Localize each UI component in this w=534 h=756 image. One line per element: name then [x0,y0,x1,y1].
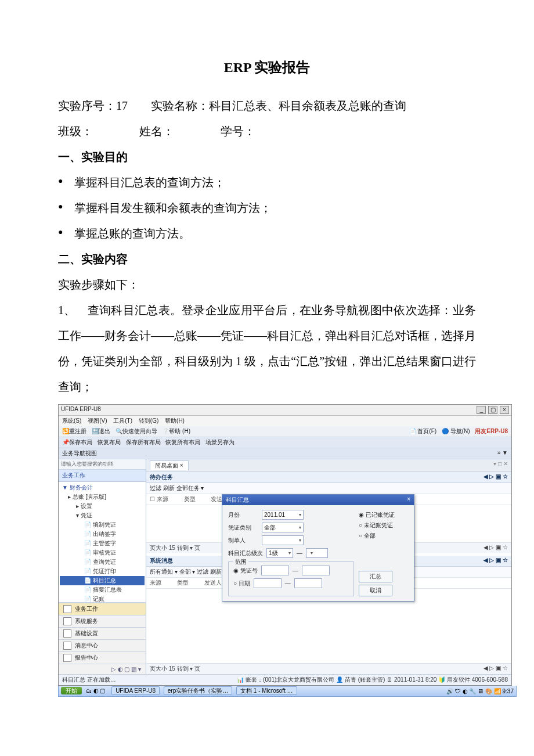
start-button[interactable]: 开始 [61,687,82,694]
sidebar-section[interactable]: 业务工作 [59,603,146,615]
experiment-line: 实验序号：17 实验名称：科目汇总表、科目余额表及总账的查询 [58,93,476,118]
radio-voucherno[interactable]: 凭证号 [233,567,258,575]
col-source: ☐ 来源 [150,495,168,503]
tree-node[interactable]: ▼ 财务会计 [60,483,145,492]
btn-cancel[interactable]: 取消 [359,585,392,596]
embedded-screenshot: UFIDA ERP-U8 _ ▢ × 系统(S) 视图(V) 工具(T) 转到(… [58,404,512,686]
radio-unposted[interactable]: 未记账凭证 [359,521,408,530]
sysmsg-nav-icons[interactable]: ◀ ▷ ▣ ☆ [484,557,508,565]
btn-scene-saveas[interactable]: 场景另存为 [205,439,234,445]
sidebar-section[interactable]: 消息中心 [59,639,146,651]
tree-node[interactable]: 📄 摘要汇总表 [60,585,145,595]
select-level[interactable]: 1级▾ [266,548,293,558]
section-2: 二、实验内容 [58,246,476,272]
status-right: 📊 账套：(001)北京大龙商贸有限公司 👤 苗青 (账套主管) 🗓 2011-… [237,676,508,684]
btn-summary[interactable]: 汇总 [359,571,392,582]
sidebar-section[interactable]: 基础设置 [59,627,146,639]
select-vouchertype[interactable]: 全部▾ [262,523,304,532]
task-erp[interactable]: UFIDA ERP-U8 [111,686,160,695]
pager2-left[interactable]: 页大小 15 转到 ▾ 页 [150,665,200,673]
link-home[interactable]: 📄 首页(F) [409,428,437,434]
tab-close-icon[interactable]: ▾ □ ✕ [493,460,508,467]
tree-node[interactable]: 📄 填制凭证 [60,520,145,530]
menu-system[interactable]: 系统(S) [62,417,81,424]
dialog-close-icon[interactable]: × [407,496,410,504]
select-maker[interactable]: ▾ [262,535,304,545]
task-worddoc2[interactable]: 文档 1 - Microsoft … [236,686,297,695]
btn-exit[interactable]: 🔙退出 [92,428,110,434]
lbl-level: 科目汇总级次 [228,549,263,557]
tree-node[interactable]: 📄 科目汇总 [60,576,145,585]
menu-goto[interactable]: 转到(G) [139,417,158,424]
group-range: 范围 凭证号 — 日期 — [228,561,354,596]
objective-1: 掌握科目汇总表的查询方法； [58,170,476,195]
btn-help[interactable]: ❔帮助 (H) [162,428,190,434]
radio-posted[interactable]: 已记账凭证 [359,511,408,519]
radio-all[interactable]: 全部 [359,532,408,540]
pane-nav-icons[interactable]: ◀ ▷ ▣ ☆ [484,473,508,481]
os-taskbar[interactable]: 开始 🗂 ◐ ▢ UFIDA ERP-U8 erp实验任务书（实验… 文档 1 … [58,686,517,697]
pane-pending-title: 待办任务 ◀ ▷ ▣ ☆ [146,472,511,483]
close-icon[interactable]: × [500,406,509,414]
nav-view-label: 业务导航视图 [62,449,97,458]
tree-node[interactable]: 📄 主管签字 [60,539,145,548]
lbl-dash: — [297,550,302,556]
btn-rereg[interactable]: 🔁重注册 [62,428,86,434]
menu-bar[interactable]: 系统(S) 视图(V) 工具(T) 转到(G) 帮助(H) [59,416,511,426]
range-dash2: — [285,580,291,586]
nav-view-bar: 业务导航视图 » ▼ [59,448,511,459]
tree-node[interactable]: 📄 记账 [60,595,145,603]
task-worddoc1[interactable]: erp实验任务书（实验… [164,686,232,695]
main-area: 简易桌面 × ▾ □ ✕ 待办任务 ◀ ▷ ▣ ☆ 过滤 刷新 全部任务 ▾ ☐… [146,459,511,674]
tree-node[interactable]: ▾ 凭证 [60,511,145,520]
menu-view[interactable]: 视图(V) [88,417,107,424]
tree-node[interactable]: 📄 凭证打印 [60,567,145,576]
quicklaunch-icons[interactable]: 🗂 ◐ ▢ [86,687,106,694]
pager-left[interactable]: 页大小 15 转到 ▾ 页 [150,544,200,552]
sidebar-mini[interactable]: ▷ ◐ ▢ ▧ ▾ [59,664,146,674]
pending-filter[interactable]: 过滤 刷新 全部任务 ▾ [146,483,511,494]
system-tray[interactable]: 🔊 🛡 ◐ 🔧 🖥 🎨 📶 9:37 [446,688,514,694]
sidebar: 请输入您要搜索的功能 业务工作 ▼ 财务会计▸ 总账 [演示版]▸ 设置▾ 凭证… [59,459,146,674]
btn-restore-layout[interactable]: 恢复布局 [98,439,121,445]
input-voucherno-from[interactable] [261,566,289,575]
pager-nav[interactable]: ◀ ▷ ▣ ☆ [484,544,508,552]
tree-node[interactable]: ▸ 设置 [60,502,145,511]
menu-help[interactable]: 帮助(H) [165,417,185,424]
menu-tool[interactable]: 工具(T) [113,417,132,424]
tree-node[interactable]: 📄 出纳签字 [60,530,145,539]
sidebar-section[interactable]: 报告中心 [59,651,146,664]
sysmsg-pager[interactable]: 页大小 15 转到 ▾ 页 ◀ ▷ ▣ ☆ [146,663,511,674]
status-left: 科目汇总 正在加载… [62,676,116,684]
btn-wizard[interactable]: 🔍快速使用向导 [116,428,157,434]
tree-node[interactable]: ▸ 总账 [演示版] [60,492,145,502]
scol-type: 类型 [177,579,189,587]
nav-tree[interactable]: ▼ 财务会计▸ 总账 [演示版]▸ 设置▾ 凭证📄 填制凭证📄 出纳签字📄 主管… [59,482,146,603]
dialog-titlebar[interactable]: 科目汇总 × [222,495,414,505]
window-buttons[interactable]: _ ▢ × [476,406,509,414]
input-date-from[interactable] [254,578,282,588]
input-voucherno-to[interactable] [302,566,330,575]
radio-date[interactable]: 日期 [233,579,250,588]
btn-save-layout[interactable]: 📌保存布局 [62,439,92,445]
pager2-nav[interactable]: ◀ ▷ ▣ ☆ [484,665,508,673]
dialog-title: 科目汇总 [226,496,249,504]
link-nav[interactable]: 🔵 导航(N) [442,428,470,434]
min-icon[interactable]: _ [477,406,486,414]
input-month[interactable]: 2011.01▾ [262,510,304,520]
select-level-to[interactable]: ▾ [306,548,328,558]
max-icon[interactable]: ▢ [488,406,497,414]
nav-view-more[interactable]: » ▼ [497,449,508,458]
btn-save-all-layout[interactable]: 保存所有布局 [126,439,161,445]
sidebar-search[interactable]: 请输入您要搜索的功能 [59,459,146,470]
dialog-subject-summary: 科目汇总 × 月份 2011.01▾ 凭证类别 全部▾ [222,494,414,602]
tree-node[interactable]: 📄 审核凭证 [60,548,145,557]
toolbar-layout: 📌保存布局 恢复布局 保存所有布局 恢复所有布局 场景另存为 [59,437,511,448]
sidebar-section[interactable]: 系统服务 [59,615,146,627]
scol-sender: 发送人 [204,579,222,587]
input-date-to[interactable] [294,578,322,588]
tab-desktop[interactable]: 简易桌面 × [150,460,189,470]
btn-restore-all-layout[interactable]: 恢复所有布局 [165,439,200,445]
tree-node[interactable]: 📄 查询凭证 [60,557,145,567]
col-type: 类型 [184,495,196,503]
